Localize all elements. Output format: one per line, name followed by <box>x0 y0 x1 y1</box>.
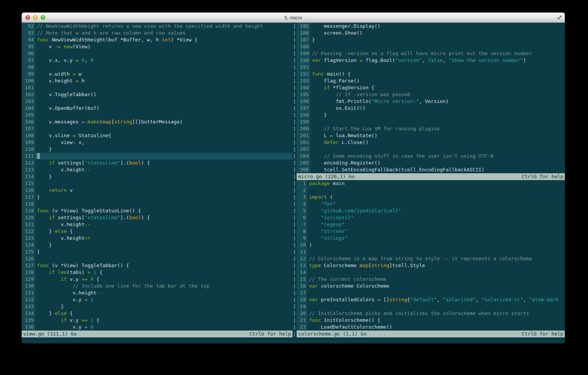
code-text: func InitColorscheme() { <box>307 317 565 324</box>
code-line: 11 <box>297 248 565 255</box>
line-number: 1 <box>297 180 307 187</box>
zoom-button[interactable] <box>41 15 45 20</box>
line-number: 10 <box>297 242 307 248</box>
code-line: 12// Colorscheme is a map from string to… <box>297 255 565 262</box>
divider-glyph: | <box>292 173 297 180</box>
code-line: 2 <box>297 187 565 194</box>
code-text: screen.Show() <box>310 30 565 36</box>
titlebar[interactable]: 5. micro <box>22 13 565 23</box>
code-line: 136 v.y = 0 <box>22 324 292 331</box>
code-line: 197 os.Exit(0) <box>297 105 565 112</box>
divider-glyph: | <box>292 276 297 283</box>
line-number: 105 <box>22 112 35 119</box>
line-number: 18 <box>297 296 307 303</box>
code-text: } else { <box>35 310 292 317</box>
divider-glyph: | <box>292 228 297 235</box>
line-number: 118 <box>22 201 35 207</box>
code-text: if settings["statusline"].(bool) { <box>35 214 292 221</box>
line-number: 9 <box>297 235 307 242</box>
code-line: 6 "io/ioutil" <box>297 214 565 221</box>
code-text <box>310 64 565 71</box>
code-line: 122 } else { <box>22 228 292 235</box>
command-bar[interactable] <box>22 337 565 343</box>
line-number: 203 <box>297 146 310 153</box>
code-text <box>35 98 292 105</box>
line-number: 8 <box>297 228 307 235</box>
code-line: 21func InitColorscheme() { <box>297 317 565 324</box>
divider-glyph: | <box>292 43 297 50</box>
line-number: 11 <box>297 248 307 255</box>
code-text: } else { <box>35 228 292 235</box>
code-text: } <box>35 248 292 255</box>
statusbar-help: CtrlG for help <box>249 331 291 337</box>
code-line: 20// InitColorscheme picks and initializ… <box>297 310 565 317</box>
divider-glyph: | <box>292 262 297 269</box>
divider-glyph: | <box>292 30 297 36</box>
code-line: 130 // Include one line for the tab bar … <box>22 283 292 290</box>
divider-glyph: | <box>292 324 297 331</box>
divider-glyph: | <box>292 221 297 228</box>
line-number: 107 <box>22 125 35 132</box>
line-number: 109 <box>22 139 35 146</box>
line-number: 192 <box>297 71 310 78</box>
pane-micro-go[interactable]: 185 messenger.Display()186 screen.Show()… <box>297 23 565 173</box>
code-line: 198 } <box>297 112 565 119</box>
code-line: 131 v.height-- <box>22 290 292 296</box>
code-text <box>35 112 292 119</box>
statusbar-micro-go: micro.go (226,1) Go CtrlG for help <box>297 173 565 180</box>
fullscreen-icon[interactable] <box>557 15 562 20</box>
code-text: "io/ioutil" <box>307 214 565 221</box>
code-text: if len(tabs) > 1 { <box>35 269 292 276</box>
pane-colorscheme-go[interactable]: 1package main23import (4 "fmt"5 "github.… <box>297 180 565 331</box>
code-line: 196 fmt.Println("Micro version:", Versio… <box>297 98 565 105</box>
code-line: 3import ( <box>297 194 565 201</box>
line-number: 120 <box>22 214 35 221</box>
code-text <box>35 153 292 160</box>
line-number: 190 <box>297 57 310 64</box>
line-number: 196 <box>297 98 310 105</box>
divider-glyph: | <box>292 105 297 112</box>
code-text: v.sline = Statusline{ <box>35 132 292 139</box>
code-text: v.x, v.y = 0, 0 <box>35 57 292 64</box>
code-line: 101 <box>22 84 292 91</box>
code-line: 96 <box>22 50 292 57</box>
line-number: 101 <box>22 84 35 91</box>
code-line: 7 "regexp" <box>297 221 565 228</box>
line-number: 200 <box>297 125 310 132</box>
divider-glyph: | <box>292 57 297 64</box>
statusbar-help: CtrlG for help <box>522 331 563 337</box>
code-text: if settings["statusline"].(bool) { <box>35 160 292 166</box>
divider-glyph: | <box>292 98 297 105</box>
close-button[interactable] <box>25 15 30 20</box>
code-line: 1package main <box>297 180 565 187</box>
code-line: 93// Note that w and h are raw column an… <box>22 30 292 36</box>
line-number: 22 <box>297 324 307 331</box>
code-text: // If -version was passed <box>310 91 565 98</box>
line-number: 202 <box>297 139 310 146</box>
code-text: defer L.Close() <box>310 139 565 146</box>
code-text: v := new(View) <box>35 43 292 50</box>
divider-glyph: | <box>292 132 297 139</box>
line-number: 126 <box>22 255 35 262</box>
code-text: "strconv" <box>307 228 565 235</box>
code-line: 114 } <box>22 173 292 180</box>
code-text: v.y = 1 <box>35 296 292 303</box>
minimize-button[interactable] <box>33 15 38 20</box>
divider-glyph: | <box>292 290 297 296</box>
code-line: 98 <box>22 64 292 71</box>
line-number: 104 <box>22 105 35 112</box>
code-text: flag.Parse() <box>310 78 565 84</box>
line-number: 193 <box>297 78 310 84</box>
line-number: 195 <box>297 91 310 98</box>
pane-view-go[interactable]: 92// NewViewWidthHeight returns a new vi… <box>22 23 292 331</box>
code-line: 111 <box>22 153 292 160</box>
code-text: v.width = w <box>35 71 292 78</box>
code-text: var colorscheme Colorscheme <box>307 283 565 290</box>
code-line: 205 encoding.Register() <box>297 160 565 166</box>
code-line: 194 if *flagVersion { <box>297 84 565 91</box>
code-line: 10) <box>297 242 565 248</box>
code-text <box>310 43 565 50</box>
code-line: 8 "strconv" <box>297 228 565 235</box>
split-divider: ||||||||||||||||||||||||||||||||||||||||… <box>292 23 297 337</box>
line-number: 122 <box>22 228 35 235</box>
